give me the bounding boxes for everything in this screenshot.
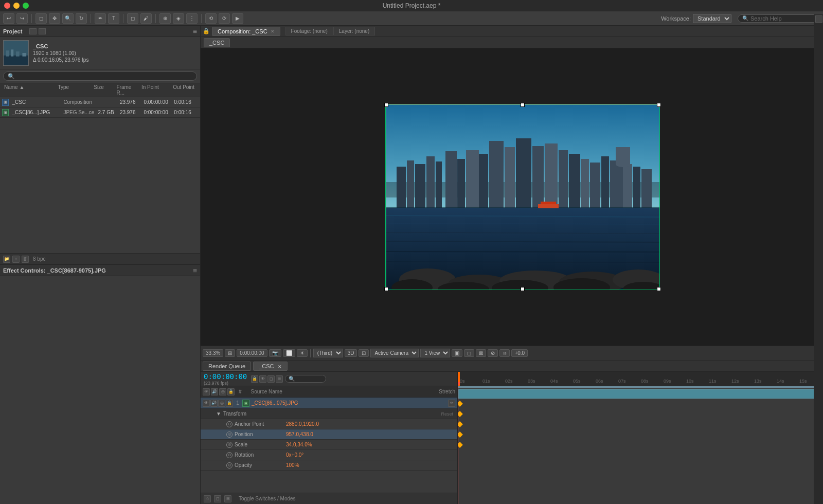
timeline-search-input[interactable] (285, 375, 326, 383)
toolbar-eraser[interactable]: ◈ (173, 13, 184, 24)
opacity-value[interactable]: 100% (286, 462, 299, 468)
viewer-draft-btn[interactable]: ◻ (464, 349, 474, 357)
project-icon-btn2[interactable] (39, 28, 46, 34)
tl-bottom-btn2[interactable]: ◻ (214, 495, 221, 502)
toolbar-text[interactable]: T (108, 13, 119, 24)
viewer-motion-blur-btn[interactable]: ≋ (499, 349, 510, 357)
scale-stopwatch-icon[interactable]: ⊙ (226, 442, 232, 448)
viewer-overdraft-btn[interactable]: ⊠ (476, 349, 486, 357)
layer-row-1[interactable]: 👁 🔊 ◎ 🔒 1 ▣ _CSC[86...075].JPG ✏ (201, 398, 457, 409)
viewer-exposure-val[interactable]: +0.0 (511, 349, 528, 357)
opacity-stopwatch-icon[interactable]: ⊙ (226, 462, 232, 469)
tl-motion-btn[interactable]: ≋ (276, 375, 283, 383)
workspace-select[interactable]: Standard (693, 14, 731, 23)
handle-br[interactable] (657, 287, 661, 291)
toolbar-btn-1[interactable]: ↩ (3, 13, 14, 24)
keyframe-opacity[interactable] (458, 442, 463, 447)
keyframe-anchor[interactable] (458, 401, 463, 406)
timeline-timecode[interactable]: 0:00:00:00 (204, 372, 247, 381)
effect-controls-menu[interactable]: ≡ (193, 266, 197, 275)
anchor-point-value[interactable]: 2880.0,1920.0 (286, 421, 319, 427)
project-new-folder[interactable]: 📁 (3, 256, 10, 263)
viewer-timecode[interactable]: 0:00:00:00 (237, 349, 267, 357)
transform-reset[interactable]: Reset (441, 411, 453, 417)
viewer-tab-comp[interactable]: Composition: _CSC ✕ (212, 27, 280, 36)
anchor-stopwatch-icon[interactable]: ⊙ (226, 421, 232, 427)
project-icon-btn[interactable] (29, 28, 37, 34)
toolbar-puppet[interactable]: ⋮ (186, 13, 198, 24)
viewer-snapshot-btn[interactable]: 📷 (269, 349, 281, 357)
layer-edit-btn[interactable]: ✏ (448, 400, 455, 407)
project-search-input[interactable] (3, 71, 197, 81)
timeline-tracks[interactable] (458, 386, 823, 504)
viewer-transparency-btn[interactable]: ⊘ (488, 349, 498, 357)
viewer-pixel-btn[interactable]: ⊡ (359, 349, 369, 357)
viewer-zoom-level[interactable]: 33.3% (203, 349, 223, 357)
project-new-comp[interactable]: + (12, 256, 20, 263)
viewer-exposure[interactable]: ☀ (297, 349, 308, 357)
position-value[interactable]: 957.0,438.0 (286, 431, 313, 437)
project-menu-btn[interactable]: ≡ (193, 27, 197, 35)
tl-draft-btn[interactable]: ◻ (267, 375, 275, 383)
transform-header[interactable]: ▼ Transform Reset (201, 409, 457, 419)
layer-track-bar[interactable] (458, 389, 823, 399)
lh-lock[interactable]: 🔒 (227, 388, 235, 395)
keyframe-scale[interactable] (458, 421, 463, 427)
rotation-stopwatch-icon[interactable]: ⊙ (226, 452, 232, 458)
lh-video[interactable]: 👁 (203, 388, 210, 395)
tl-shy-btn[interactable]: 👁 (259, 375, 266, 383)
handle-tl[interactable] (384, 103, 388, 107)
viewer-tab-comp-close[interactable]: ✕ (271, 29, 275, 34)
layer-audio-btn[interactable]: 🔊 (210, 400, 218, 407)
search-input[interactable] (750, 15, 817, 22)
toolbar-select[interactable]: ◻ (35, 13, 47, 24)
viewer-3d-btn[interactable]: 3D (345, 349, 357, 357)
playhead[interactable] (458, 386, 458, 504)
lh-audio[interactable]: 🔊 (211, 388, 218, 395)
toolbar-extra3[interactable]: ▶ (232, 13, 243, 24)
layer-video-btn[interactable]: 👁 (203, 400, 210, 407)
layer-lock-btn[interactable]: 🔒 (226, 400, 233, 407)
tl-bottom-btn1[interactable]: ☆ (204, 495, 211, 502)
viewer-view-count[interactable]: 1 View (420, 349, 450, 357)
toggle-switches-label[interactable]: Toggle Switches / Modes (239, 496, 296, 501)
viewer-show-channel[interactable]: ⬜ (283, 349, 295, 357)
handle-tr[interactable] (657, 103, 661, 107)
position-stopwatch-icon[interactable]: ⊙ (226, 431, 232, 438)
layer-solo-btn[interactable]: ◎ (218, 400, 225, 407)
vpt-footage[interactable]: Footage: (none) (285, 27, 333, 35)
handle-bc[interactable] (521, 287, 525, 291)
toolbar-extra2[interactable]: ⟳ (219, 13, 230, 24)
file-row-csc[interactable]: ▣ _CSC Composition 23.976 0:00:00:00 0:0… (0, 97, 200, 107)
handle-bl[interactable] (384, 287, 388, 291)
file-row-jpeg[interactable]: ▣ _CSC[86...].JPG JPEG Se...ce 2.7 GB 23… (0, 107, 200, 118)
toolbar-shape[interactable]: ◻ (127, 13, 138, 24)
minimize-button[interactable] (13, 3, 20, 9)
comp-timeline-tab[interactable]: _CSC ✕ (253, 362, 287, 371)
keyframe-position[interactable] (458, 411, 463, 417)
tl-bottom-btn3[interactable]: ⊞ (224, 495, 231, 502)
toolbar-brush[interactable]: 🖌 (140, 13, 152, 24)
comp-tab-close[interactable]: ✕ (278, 364, 282, 369)
viewer-grid-btn[interactable]: ⊞ (225, 349, 235, 357)
lh-solo[interactable]: ◎ (219, 388, 226, 395)
toolbar-rotate[interactable]: ↻ (76, 13, 87, 24)
handle-tc[interactable] (521, 103, 525, 107)
maximize-button[interactable] (23, 3, 29, 9)
toolbar-zoom[interactable]: 🔍 (62, 13, 74, 24)
viewer-render-btn[interactable]: ▣ (452, 349, 462, 357)
scale-value[interactable]: 34.0,34.0% (286, 442, 312, 447)
viewer-view-select[interactable]: (Third) (313, 349, 343, 357)
toolbar-hand[interactable]: ✥ (49, 13, 60, 24)
comp-name-tab[interactable]: _CSC (204, 38, 230, 47)
render-queue-tab[interactable]: Render Queue (203, 362, 251, 371)
keyframe-rotation[interactable] (458, 431, 463, 437)
toolbar-pen[interactable]: ✒ (95, 13, 106, 24)
toolbar-clone[interactable]: ⊕ (159, 13, 171, 24)
rotation-value[interactable]: 0x+0.0° (286, 452, 303, 458)
close-button[interactable] (4, 3, 10, 9)
timeline-right-scrollbar[interactable] (814, 372, 823, 504)
project-trash[interactable]: 🗑 (22, 256, 29, 263)
work-area-bar[interactable] (458, 386, 823, 388)
vpt-layer[interactable]: Layer: (none) (333, 27, 375, 35)
